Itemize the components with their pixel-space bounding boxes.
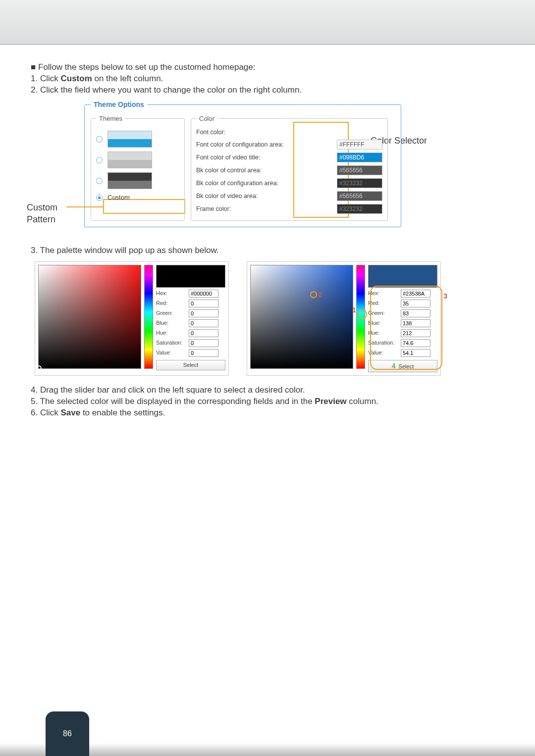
color-row: Bk color of configuration area: — [196, 177, 382, 190]
mark-1-circle — [357, 309, 367, 319]
color-row-label: Frame color: — [196, 205, 337, 213]
step-3: 3. The palette window will pop up as sho… — [31, 245, 508, 256]
color-input[interactable] — [337, 140, 382, 150]
mark-3-number: 3 — [443, 292, 447, 301]
radio-icon[interactable] — [96, 157, 103, 163]
hue-slider[interactable] — [144, 265, 153, 369]
palette-preview: Hex: Red: Green: Blue: Hue: Saturation: … — [156, 265, 225, 372]
theme-options-fieldset: Theme Options Themes — [84, 100, 401, 227]
theme-swatch-3 — [107, 172, 152, 189]
theme-option-2[interactable] — [96, 151, 179, 168]
theme-option-1[interactable] — [96, 131, 179, 148]
color-row-label: Bk color of video area: — [196, 192, 337, 201]
mark-3-outline — [370, 286, 442, 370]
pv-label: Blue: — [156, 319, 187, 327]
step5-post: column. — [347, 397, 378, 406]
mark-2-number: 2 — [318, 290, 322, 300]
color-row-label: Bk color of control area: — [196, 166, 337, 175]
color-input[interactable] — [337, 165, 382, 175]
sat-input[interactable] — [189, 339, 218, 347]
sv-area[interactable] — [38, 265, 141, 369]
blue-input[interactable] — [189, 319, 218, 327]
color-row: Font color: — [196, 127, 382, 138]
preview-swatch — [368, 265, 437, 288]
radio-icon[interactable] — [96, 136, 103, 143]
palette-figures: Hex: Red: Green: Blue: Hue: Saturation: … — [35, 261, 508, 376]
theme-options-figure: Custom Pattern Color Selector Theme Opti… — [31, 100, 508, 231]
color-row: Bk color of video area: — [196, 190, 382, 202]
select-button[interactable]: Select — [156, 360, 225, 370]
content-area: ■ Follow the steps below to set up the c… — [0, 45, 535, 418]
palette-black: Hex: Red: Green: Blue: Hue: Saturation: … — [35, 261, 229, 376]
theme-option-custom[interactable]: Custom — [96, 193, 179, 202]
step1-bold: Custom — [60, 74, 92, 83]
pv-label: Saturation: — [156, 339, 187, 347]
color-row-label: Font color of video title: — [196, 153, 337, 162]
green-input[interactable] — [189, 309, 218, 317]
radio-icon-selected[interactable] — [96, 195, 103, 201]
color-input[interactable] — [337, 152, 382, 162]
val-input[interactable] — [189, 349, 218, 357]
page-header-bar — [0, 0, 535, 45]
mark-1-number: 1 — [352, 305, 356, 315]
step5-bold: Preview — [315, 397, 346, 406]
color-fieldset: Color Font color: Font color of configur… — [191, 114, 388, 221]
color-row: Font color of video title: — [196, 151, 382, 164]
color-input[interactable] — [337, 204, 382, 214]
step6-pre: 6. Click — [31, 408, 60, 417]
theme-option-3[interactable] — [96, 172, 179, 189]
intro-step-2: 2. Click the field where you want to cha… — [31, 85, 508, 96]
step-5: 5. The selected color will be displayed … — [31, 396, 508, 407]
color-row: Font color of configuration area: — [196, 138, 382, 151]
color-legend: Color — [196, 114, 217, 123]
themes-legend: Themes — [96, 114, 125, 123]
pv-label: Hex: — [156, 290, 187, 297]
intro-bullet: ■ Follow the steps below to set up the c… — [31, 62, 508, 73]
theme-options-legend: Theme Options — [91, 100, 147, 109]
page-number-tab: 86 — [46, 711, 89, 756]
hex-input[interactable] — [189, 290, 218, 298]
preview-swatch — [156, 265, 225, 288]
themes-fieldset: Themes — [91, 114, 185, 221]
hue-input[interactable] — [189, 329, 218, 337]
step-4: 4. Drag the slider bar and click on the … — [31, 385, 508, 396]
sv-cursor-icon — [36, 365, 42, 371]
color-row-label: Bk color of configuration area: — [196, 179, 337, 188]
color-row-label: Font color: — [196, 128, 382, 137]
color-row: Bk color of control area: — [196, 164, 382, 177]
theme-custom-label: Custom — [107, 193, 130, 202]
red-input[interactable] — [189, 300, 218, 307]
intro-step-1: 1. Click Custom on the left column. — [31, 73, 508, 85]
pv-label: Red: — [156, 300, 187, 307]
color-input[interactable] — [337, 191, 382, 201]
sv-area[interactable]: 2 — [250, 265, 353, 369]
radio-icon[interactable] — [96, 178, 103, 184]
step1-pre: 1. Click — [31, 74, 60, 83]
step5-pre: 5. The selected color will be displayed … — [31, 397, 315, 406]
step-6: 6. Click Save to enable the settings. — [31, 407, 508, 419]
palette-blue: 2 1 Hex: Red: Green: Blue: Hue: Saturati… — [247, 261, 441, 376]
step1-post: on the left column. — [92, 74, 163, 83]
pv-label: Green: — [156, 309, 187, 317]
pv-label: Value: — [156, 349, 187, 356]
color-row-label: Font color of configuration area: — [196, 141, 337, 149]
color-row: Frame color: — [196, 202, 382, 215]
callout-custom-pattern: Custom Pattern — [27, 202, 76, 226]
theme-swatch-1 — [107, 131, 152, 148]
mark-2-circle — [310, 291, 317, 298]
pv-label: Hue: — [156, 329, 187, 337]
theme-swatch-2 — [107, 151, 152, 168]
color-input[interactable] — [337, 178, 382, 188]
step6-bold: Save — [60, 408, 80, 417]
step6-post: to enable the settings. — [80, 408, 165, 417]
